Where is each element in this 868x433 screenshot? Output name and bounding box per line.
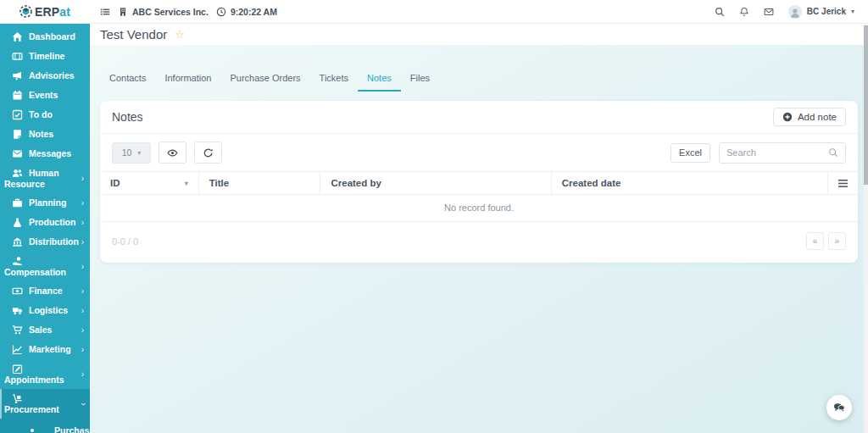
column-menu-button[interactable]: [828, 172, 858, 194]
table-header-row: ID ▾ Title Created by Created date: [100, 171, 858, 195]
sidebar-item-messages[interactable]: Messages: [0, 144, 90, 164]
favorite-star-icon[interactable]: ☆: [175, 29, 185, 40]
sidebar-item-marketing[interactable]: Marketing ›: [0, 340, 90, 359]
envelope-icon: [12, 148, 23, 159]
notes-card-header: Notes Add note: [100, 101, 858, 134]
page-title-band: Test Vendor ☆: [90, 24, 868, 45]
next-page-icon: »: [835, 236, 840, 246]
page-size-select[interactable]: 10 ▾: [112, 142, 151, 164]
hand-coin-icon: [12, 256, 23, 267]
chevron-down-icon: ›: [77, 402, 87, 405]
next-page-button[interactable]: »: [828, 232, 846, 250]
megaphone-icon: [12, 70, 23, 81]
messages-envelope-icon[interactable]: [764, 7, 774, 17]
clock-icon: [216, 7, 226, 17]
page-scrollbar[interactable]: [864, 25, 868, 433]
topbar: ERPat ABC Services Inc. 9:20:22 AM: [0, 0, 868, 24]
avatar: [788, 5, 802, 19]
column-header-title[interactable]: Title: [199, 172, 321, 194]
table-toolbar: 10 ▾ Excel: [100, 134, 858, 171]
notes-table: ID ▾ Title Created by Created date No re…: [100, 171, 858, 222]
check-square-icon: [12, 109, 23, 120]
sidebar-toggle-icon[interactable]: [100, 7, 110, 17]
sidebar-item-events[interactable]: Events: [0, 86, 90, 105]
sidebar-item-timeline[interactable]: Timeline: [0, 47, 90, 66]
search-icon[interactable]: [828, 147, 838, 158]
bullet-icon: [31, 429, 34, 432]
plus-circle-icon: [782, 112, 793, 122]
chevron-right-icon: ›: [81, 286, 84, 297]
table-search: [719, 142, 846, 164]
sidebar-item-production[interactable]: Production ›: [0, 213, 90, 232]
chat-fab-button[interactable]: [826, 395, 852, 420]
film-icon: [12, 51, 23, 62]
chevron-right-icon: ›: [81, 262, 84, 272]
toolbar-right: Excel: [670, 142, 846, 164]
notifications-bell-icon[interactable]: [739, 7, 749, 17]
home-icon: [12, 31, 23, 42]
chevron-down-icon: ▾: [137, 149, 141, 157]
sidebar-item-dashboard[interactable]: Dashboard: [0, 27, 90, 47]
tab-files[interactable]: Files: [401, 68, 439, 92]
sidebar-item-logistics[interactable]: Logistics ›: [0, 301, 90, 320]
topbar-right: BC Jerick ▾: [715, 5, 868, 19]
eye-icon: [167, 147, 178, 158]
app-logo[interactable]: ERPat: [0, 0, 90, 23]
chevron-right-icon: ›: [81, 174, 84, 184]
sidebar-item-procurement[interactable]: Procurement ›: [0, 389, 90, 419]
tab-contacts[interactable]: Contacts: [100, 68, 155, 92]
sidebar-item-human-resource[interactable]: Human Resource ›: [0, 164, 90, 193]
tab-tickets[interactable]: Tickets: [310, 68, 358, 92]
excel-export-button[interactable]: Excel: [670, 143, 710, 163]
scrollbar-thumb[interactable]: [864, 25, 868, 185]
sidebar-item-finance[interactable]: Finance ›: [0, 281, 90, 301]
column-header-created-by[interactable]: Created by: [320, 172, 551, 194]
card-title: Notes: [112, 110, 143, 124]
flask-icon: [12, 217, 23, 228]
logo-text: ERPat: [35, 5, 70, 19]
user-menu[interactable]: BC Jerick ▾: [788, 5, 854, 19]
sidebar-item-compensation[interactable]: Compensation ›: [0, 252, 90, 281]
chevron-right-icon: ›: [81, 369, 84, 380]
tab-information[interactable]: Information: [155, 68, 220, 92]
prev-page-button[interactable]: «: [806, 232, 824, 250]
pagination: « »: [806, 232, 846, 250]
sidebar-item-todo[interactable]: To do: [0, 105, 90, 125]
search-input[interactable]: [726, 147, 828, 158]
procurement-submenu: Purchases Returns Vendors: [0, 419, 90, 433]
sidebar: Dashboard Timeline Advisories Events To …: [0, 24, 90, 433]
sidebar-item-sales[interactable]: Sales ›: [0, 320, 90, 340]
sidebar-item-planning[interactable]: Planning ›: [0, 193, 90, 213]
tab-purchase-orders[interactable]: Purchase Orders: [220, 68, 309, 92]
cart-icon: [12, 325, 23, 336]
edit-icon: [12, 364, 23, 375]
column-visibility-button[interactable]: [159, 142, 186, 164]
hamburger-icon: [838, 180, 848, 187]
truck-icon: [12, 305, 23, 316]
sidebar-item-appointments[interactable]: Appointments ›: [0, 359, 90, 389]
sidebar-item-distribution[interactable]: Distribution ›: [0, 232, 90, 252]
company-selector[interactable]: ABC Services Inc.: [118, 7, 209, 17]
search-icon[interactable]: [715, 7, 725, 17]
chevron-right-icon: ›: [81, 306, 84, 316]
sidebar-item-advisories[interactable]: Advisories: [0, 66, 90, 86]
person-icon: [789, 7, 801, 19]
main-content: Test Vendor ☆ Contacts Information Purch…: [90, 24, 868, 433]
vendor-tabs: Contacts Information Purchase Orders Tic…: [100, 68, 858, 92]
chevron-right-icon: ›: [81, 345, 84, 355]
chart-line-icon: [12, 344, 23, 355]
chevron-right-icon: ›: [81, 237, 84, 247]
sort-caret-icon[interactable]: ▾: [185, 180, 188, 187]
column-header-id[interactable]: ID ▾: [100, 172, 199, 194]
sidebar-item-notes[interactable]: Notes: [0, 125, 90, 144]
refresh-button[interactable]: [194, 142, 222, 164]
add-note-button[interactable]: Add note: [773, 108, 846, 126]
dolly-icon: [12, 393, 23, 404]
empty-table-message: No record found.: [100, 195, 858, 222]
column-header-created-date[interactable]: Created date: [552, 172, 828, 194]
sidebar-subitem-purchases[interactable]: Purchases: [0, 421, 90, 433]
user-name: BC Jerick: [807, 7, 846, 16]
page-title: Test Vendor: [100, 27, 167, 42]
tab-notes[interactable]: Notes: [358, 68, 401, 92]
calendar-icon: [12, 90, 23, 101]
